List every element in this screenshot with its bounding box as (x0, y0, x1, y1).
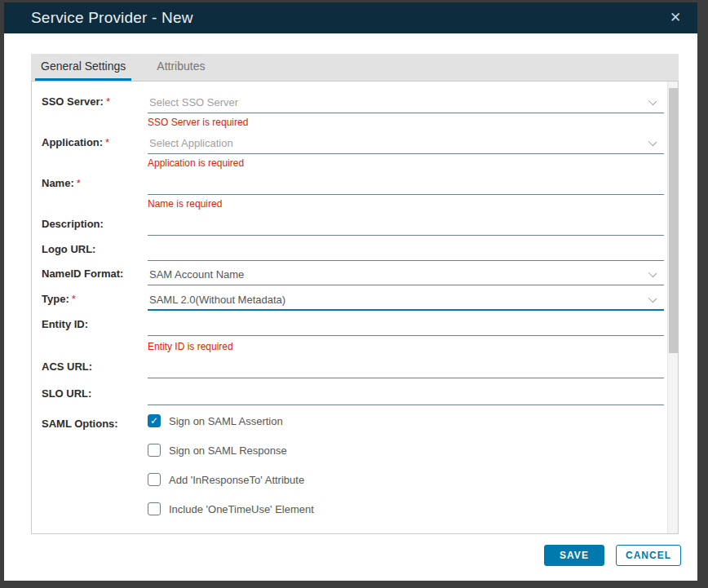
required-marker: * (74, 177, 81, 189)
entity-id-input[interactable] (149, 316, 639, 334)
acs-url-label: ACS URL: (42, 360, 146, 373)
sso-server-label: SSO Server:* (42, 95, 146, 108)
application-select[interactable]: Select Application (148, 133, 664, 154)
tab-bar: General Settings Attributes (31, 54, 679, 81)
entity-id-label: Entity ID: (42, 318, 146, 330)
acs-url-input[interactable] (149, 359, 639, 377)
tab-general-settings[interactable]: General Settings (35, 54, 131, 81)
checkbox-label: Sign on SAML Response (169, 444, 287, 457)
nameid-format-value: SAM Account Name (149, 268, 244, 281)
type-value: SAML 2.0(Without Metadata) (149, 294, 285, 306)
logo-url-label: Logo URL: (42, 243, 146, 255)
description-input[interactable] (149, 216, 639, 234)
slo-url-input[interactable] (149, 386, 639, 404)
checkbox-add-inresponseto[interactable]: Add 'InResponseTo' Attribute (148, 473, 304, 486)
type-label: Type:* (42, 293, 146, 305)
slo-url-input-wrap (148, 384, 664, 405)
application-label: Application:* (42, 136, 146, 148)
entity-id-input-wrap (148, 315, 664, 336)
name-label: Name:* (42, 177, 146, 189)
required-marker: * (104, 95, 110, 108)
application-error: Application is required (148, 157, 244, 169)
checkbox-label: Include 'OneTimeUse' Element (169, 503, 314, 515)
checkbox-include-onetimeuse[interactable]: Include 'OneTimeUse' Element (148, 502, 314, 515)
required-marker: * (103, 136, 109, 148)
chevron-down-icon (649, 98, 656, 104)
sso-server-placeholder: Select SSO Server (149, 96, 238, 108)
chevron-down-icon (649, 295, 656, 302)
acs-url-input-wrap (148, 357, 664, 378)
close-icon[interactable]: ✕ (666, 9, 684, 27)
vertical-scrollbar[interactable] (667, 82, 678, 533)
sso-server-error: SSO Server is required (148, 117, 248, 128)
chevron-down-icon (649, 270, 656, 276)
checkbox-sign-saml-response[interactable]: Sign on SAML Response (148, 444, 287, 457)
save-button[interactable]: SAVE (544, 545, 604, 566)
slo-url-label: SLO URL: (42, 387, 146, 400)
name-input[interactable] (149, 175, 639, 193)
modal-title: Service Provider - New (31, 9, 193, 27)
tab-attributes[interactable]: Attributes (151, 54, 210, 81)
checkbox-label: Sign on SAML Assertion (169, 415, 283, 427)
saml-options-label: SAML Options: (42, 418, 118, 430)
checkbox-unchecked-icon[interactable] (148, 444, 161, 457)
modal-backdrop: Service Provider - New ✕ General Setting… (0, 0, 708, 588)
modal-header: Service Provider - New ✕ (4, 2, 697, 33)
cancel-button[interactable]: CANCEL (616, 545, 681, 566)
logo-url-input[interactable] (149, 241, 639, 259)
required-marker: * (69, 293, 76, 305)
checkbox-checked-icon[interactable]: ✓ (148, 414, 161, 427)
form-panel: SSO Server:* Select SSO Server SSO Serve… (31, 81, 679, 534)
nameid-format-label: NameID Format: (42, 267, 146, 280)
description-label: Description: (42, 218, 146, 230)
checkbox-unchecked-icon[interactable] (148, 502, 161, 515)
description-input-wrap (148, 214, 664, 236)
name-input-wrap (148, 174, 664, 195)
chevron-down-icon (649, 139, 656, 145)
sso-server-select[interactable]: Select SSO Server (148, 92, 664, 113)
scrollbar-thumb[interactable] (669, 88, 678, 353)
checkbox-label: Add 'InResponseTo' Attribute (169, 474, 304, 486)
checkbox-unchecked-icon[interactable] (148, 473, 161, 486)
service-provider-modal: Service Provider - New ✕ General Setting… (4, 2, 697, 581)
nameid-format-select[interactable]: SAM Account Name (148, 264, 664, 285)
checkbox-sign-saml-assertion[interactable]: ✓ Sign on SAML Assertion (148, 414, 283, 427)
type-select[interactable]: SAML 2.0(Without Metadata) (148, 290, 664, 311)
logo-url-input-wrap (148, 240, 664, 261)
application-placeholder: Select Application (149, 137, 233, 149)
entity-id-error: Entity ID is required (148, 341, 233, 352)
name-error: Name is required (148, 198, 222, 210)
